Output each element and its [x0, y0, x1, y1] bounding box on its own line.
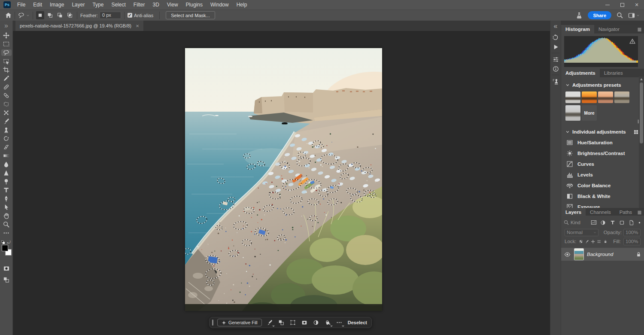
adjustment-levels[interactable]: Levels: [561, 169, 644, 180]
scrollbar-thumb[interactable]: [640, 82, 643, 143]
lock-position-icon[interactable]: [591, 239, 595, 244]
menu-help[interactable]: Help: [233, 0, 251, 9]
tool-blur[interactable]: [1, 161, 12, 168]
new-selection-button[interactable]: [36, 11, 44, 19]
menu-view[interactable]: View: [163, 0, 182, 9]
tab-adjustments[interactable]: Adjustments: [561, 69, 600, 77]
lock-all-icon[interactable]: [604, 239, 607, 244]
tab-channels[interactable]: Channels: [586, 208, 615, 216]
adjustment-curves[interactable]: Curves: [561, 158, 644, 169]
presets-more-button[interactable]: More: [582, 105, 597, 121]
tab-histogram[interactable]: Histogram: [561, 25, 594, 34]
anti-alias-checkbox[interactable]: ✓: [128, 13, 132, 18]
transform-selection-button[interactable]: [289, 319, 297, 326]
lock-paint-icon[interactable]: [585, 239, 589, 244]
tool-lasso[interactable]: [1, 49, 12, 56]
actions-panel-button[interactable]: [550, 42, 561, 52]
tool-eraser[interactable]: [1, 144, 12, 150]
lock-artboard-icon[interactable]: [597, 239, 601, 244]
tool-type[interactable]: [1, 187, 12, 193]
tab-paths[interactable]: Paths: [615, 208, 636, 216]
adjustment-preset-thumbnail[interactable]: [565, 91, 580, 103]
warning-icon[interactable]: [629, 38, 635, 44]
tool-spot-healing-brush[interactable]: [1, 84, 12, 90]
intersect-selection-button[interactable]: [66, 11, 74, 19]
share-button[interactable]: Share: [588, 11, 611, 19]
properties-panel-button[interactable]: [550, 55, 561, 64]
toolbar-collapse-icon[interactable]: »: [4, 22, 8, 30]
fill-field[interactable]: 100%: [623, 238, 641, 245]
canvas-image[interactable]: [185, 48, 382, 311]
deselect-button[interactable]: Deselect: [347, 320, 367, 325]
tool-brush[interactable]: [1, 118, 12, 125]
tool-object-selection[interactable]: [1, 58, 12, 64]
filter-type-layers-button[interactable]: [609, 219, 616, 226]
adjustment-preset-thumbnail[interactable]: [582, 91, 597, 103]
opacity-field[interactable]: 100%: [623, 229, 641, 236]
tab-libraries[interactable]: Libraries: [600, 69, 627, 77]
photoshop-logo[interactable]: Ps: [3, 1, 11, 8]
more-options-button[interactable]: [335, 319, 343, 326]
scrollbar[interactable]: [639, 76, 644, 208]
close-button[interactable]: ✕: [629, 0, 644, 9]
filter-adjustment-layers-button[interactable]: [599, 219, 607, 226]
history-panel-button[interactable]: [550, 33, 561, 42]
menu-type[interactable]: Type: [88, 0, 107, 9]
adjustment-black-white[interactable]: Black & White: [561, 191, 644, 201]
panel-menu-icon[interactable]: [637, 27, 642, 32]
adjustment-hue-saturation[interactable]: Hue/Saturation: [561, 137, 644, 148]
quick-mask-button[interactable]: [3, 264, 10, 272]
tool-preset[interactable]: [18, 12, 30, 18]
blend-mode-select[interactable]: Normal: [565, 229, 598, 236]
modify-selection-button[interactable]: [266, 319, 273, 326]
tool-dodge[interactable]: [1, 178, 12, 185]
tool-sharpen[interactable]: [1, 170, 12, 176]
menu-edit[interactable]: Edit: [29, 0, 46, 9]
layer-row-background[interactable]: Background: [561, 248, 644, 261]
adjustment-preset-thumbnail[interactable]: [565, 105, 580, 121]
grid-view-icon[interactable]: [633, 129, 639, 135]
menu-image[interactable]: Image: [46, 0, 68, 9]
adjustments-presets-header[interactable]: Adjustments presets: [561, 82, 644, 88]
adjustment-preset-thumbnail[interactable]: [598, 91, 613, 103]
tool-crop[interactable]: [1, 67, 12, 73]
individual-adjustments-header[interactable]: Individual adjustments: [561, 129, 644, 134]
workspace-switcher[interactable]: [628, 12, 640, 19]
search-icon[interactable]: [617, 12, 623, 18]
invert-selection-button[interactable]: [277, 319, 285, 326]
menu-file[interactable]: File: [13, 0, 29, 9]
select-and-mask-button[interactable]: Select and Mask...: [166, 11, 215, 19]
tool-edit-toolbar[interactable]: [1, 230, 12, 236]
swap-colors-icon[interactable]: ⤾: [7, 240, 11, 245]
tool-hand[interactable]: [1, 213, 12, 219]
create-adjustment-button[interactable]: [312, 319, 320, 326]
home-icon[interactable]: [5, 12, 12, 18]
tool-healing-brush[interactable]: [1, 92, 12, 99]
panel-menu-icon[interactable]: [637, 210, 642, 215]
tool-gradient[interactable]: [1, 152, 12, 159]
feather-input[interactable]: 0 px: [100, 12, 121, 19]
adjustment-exposure[interactable]: Exposure: [561, 201, 644, 208]
visibility-eye-icon[interactable]: [564, 251, 571, 258]
tool-history-brush[interactable]: [1, 135, 12, 142]
tool-clone-stamp[interactable]: [1, 127, 12, 133]
filter-toggle[interactable]: [637, 219, 641, 226]
document-tab[interactable]: pexels-natalie-naval-15727666.jpg @ 19.4…: [15, 21, 143, 31]
taskbar-drag-handle[interactable]: [212, 320, 213, 326]
menu-select[interactable]: Select: [107, 0, 129, 9]
create-mask-button[interactable]: [301, 319, 308, 326]
foreground-color-swatch[interactable]: [2, 245, 8, 251]
menu-window[interactable]: Window: [207, 0, 233, 9]
tool-eyedropper[interactable]: [1, 75, 12, 82]
menu-plugins[interactable]: Plugins: [182, 0, 207, 9]
lock-transparent-icon[interactable]: [579, 239, 583, 244]
filter-smart-objects-button[interactable]: [628, 219, 635, 226]
menu-filter[interactable]: Filter: [130, 0, 149, 9]
maximize-button[interactable]: [615, 0, 629, 9]
tab-layers[interactable]: Layers: [561, 208, 586, 216]
adjustment-preset-thumbnail[interactable]: [614, 91, 629, 103]
tab-close-icon[interactable]: ✕: [136, 24, 139, 28]
filter-shape-layers-button[interactable]: [618, 219, 626, 226]
add-to-selection-button[interactable]: [46, 11, 54, 19]
clone-source-panel-button[interactable]: [550, 76, 561, 86]
